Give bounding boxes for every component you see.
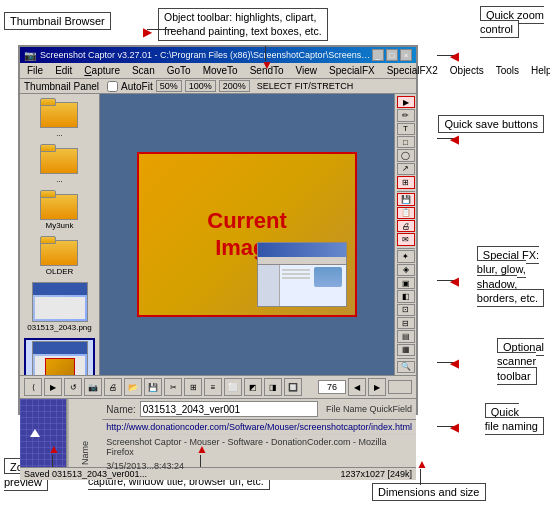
arrowhead-comments: ▲ xyxy=(196,442,208,456)
zoom-200-button[interactable]: 200% xyxy=(219,80,250,92)
close-button[interactable]: × xyxy=(400,49,412,61)
fx-btn-2[interactable]: ◈ xyxy=(397,264,415,276)
thumb-label-parent2: ... xyxy=(56,175,63,184)
menu-view[interactable]: View xyxy=(293,64,321,77)
scanner-btn-10[interactable]: ≡ xyxy=(204,378,222,396)
menu-edit[interactable]: Edit xyxy=(52,64,75,77)
scanner-btn-6[interactable]: 📂 xyxy=(124,378,142,396)
menu-tools[interactable]: Tools xyxy=(493,64,522,77)
fx-btn-3[interactable]: ▣ xyxy=(397,277,415,289)
arrowhead-save: ▶ xyxy=(450,134,459,148)
url-text: http://www.donationcoder.com/Software/Mo… xyxy=(106,422,412,432)
image-canvas: Current Image xyxy=(100,94,394,375)
quickfield-label: File Name QuickField xyxy=(326,404,412,414)
quick-save-3[interactable]: 🖨 xyxy=(397,220,415,232)
fx-btn-7[interactable]: ▤ xyxy=(397,330,415,342)
progress-handle[interactable] xyxy=(388,380,412,394)
progress-box: ◀ ▶ xyxy=(318,378,412,396)
scanner-btn-11[interactable]: ⬜ xyxy=(224,378,242,396)
select-label: SELECT xyxy=(257,81,292,91)
scanner-btn-13[interactable]: ◨ xyxy=(264,378,282,396)
current-image-display: Current Image xyxy=(137,152,357,317)
fx-btn-6[interactable]: ⊟ xyxy=(397,317,415,329)
quick-save-2[interactable]: 📋 xyxy=(397,207,415,219)
right-tool-1[interactable]: ▶ xyxy=(397,96,415,108)
arrowhead-fx: ▶ xyxy=(450,276,459,290)
menu-goto[interactable]: GoTo xyxy=(164,64,194,77)
minimize-button[interactable]: _ xyxy=(372,49,384,61)
thumb-folder-parent[interactable]: ... xyxy=(24,98,95,138)
fx-btn-5[interactable]: ⊡ xyxy=(397,304,415,316)
right-tool-6[interactable]: ↗ xyxy=(397,163,415,175)
progress-right[interactable]: ▶ xyxy=(368,378,386,396)
right-tool-5[interactable]: ◯ xyxy=(397,149,415,161)
quick-save-4[interactable]: ✉ xyxy=(397,233,415,245)
scanner-btn-4[interactable]: 📷 xyxy=(84,378,102,396)
menu-capture[interactable]: Capture xyxy=(81,64,123,77)
maximize-button[interactable]: □ xyxy=(386,49,398,61)
menu-bar: File Edit Capture Scan GoTo MoveTo SendT… xyxy=(20,63,416,79)
scanner-btn-12[interactable]: ◩ xyxy=(244,378,262,396)
menu-specialfx1[interactable]: SpecialFX xyxy=(326,64,378,77)
zoom-control-btn[interactable]: 🔍 xyxy=(397,361,415,373)
quick-save-1[interactable]: 💾 xyxy=(397,193,415,205)
right-tool-2[interactable]: ✏ xyxy=(397,109,415,121)
right-tool-3[interactable]: T xyxy=(397,123,415,135)
arrowhead-scanner: ▶ xyxy=(450,358,459,372)
autofit-checkbox[interactable] xyxy=(107,81,118,92)
thumbnail-sidebar: ... ... My3unk xyxy=(20,94,100,375)
menu-help[interactable]: Help xyxy=(528,64,550,77)
arrow-comments-v xyxy=(200,455,201,467)
thumb-folder-older[interactable]: OLDER xyxy=(24,236,95,276)
arrowhead-dims: ▲ xyxy=(416,457,428,471)
special-fx-annotation: Special FX: blur, glow, shadow, borders,… xyxy=(477,248,544,305)
quick-save-annotation: Quick save buttons xyxy=(438,117,544,131)
fit-label: FIT/STRETCH xyxy=(295,81,354,91)
arrowhead-zoom-prev: ▲ xyxy=(48,442,60,456)
title-bar: 📷 Screenshot Captor v3.27.01 - C:\Progra… xyxy=(20,47,416,63)
zoom-100-button[interactable]: 100% xyxy=(185,80,216,92)
file-name-input[interactable] xyxy=(140,401,318,417)
status-saved: Saved 031513_2043_ver001... xyxy=(24,469,147,479)
fx-btn-1[interactable]: ✦ xyxy=(397,250,415,262)
scanner-btn-9[interactable]: ⊞ xyxy=(184,378,202,396)
scanner-btn-14[interactable]: 🔲 xyxy=(284,378,302,396)
progress-value[interactable] xyxy=(318,380,346,394)
progress-left[interactable]: ◀ xyxy=(348,378,366,396)
thumb-image-2-active[interactable]: 031513_2043_ver01.png xyxy=(24,338,95,375)
autofit-label: AutoFit xyxy=(121,81,153,92)
grid-display xyxy=(20,399,66,467)
zoom-50-button[interactable]: 50% xyxy=(156,80,182,92)
arrowhead-object: ▼ xyxy=(261,58,273,72)
scanner-btn-3[interactable]: ↺ xyxy=(64,378,82,396)
scanner-btn-7[interactable]: 💾 xyxy=(144,378,162,396)
fx-btn-4[interactable]: ◧ xyxy=(397,290,415,302)
quick-zoom-annotation: Quick zoom control xyxy=(480,8,544,37)
menu-specialfx2[interactable]: SpecialFX2 xyxy=(384,64,441,77)
right-tool-7[interactable]: ⊞ xyxy=(397,176,415,188)
arrow-zoom-prev-v xyxy=(52,455,53,467)
scanner-btn-8[interactable]: ✂ xyxy=(164,378,182,396)
window-controls[interactable]: _ □ × xyxy=(372,49,412,61)
thumbnail-browser-annotation: Thumbnail Browser xyxy=(4,14,111,28)
main-content: ... ... My3unk xyxy=(20,94,416,375)
right-tool-4[interactable]: □ xyxy=(397,136,415,148)
menu-scan[interactable]: Scan xyxy=(129,64,158,77)
thumb-folder-parent2[interactable]: ... xyxy=(24,144,95,184)
menu-objects[interactable]: Objects xyxy=(447,64,487,77)
window-title: Screenshot Captor v3.27.01 - C:\Program … xyxy=(40,50,372,60)
scanner-btn-5[interactable]: 🖨 xyxy=(104,378,122,396)
status-dimensions: 1237x1027 [249k] xyxy=(340,469,412,479)
thumb-folder-myjunk[interactable]: My3unk xyxy=(24,190,95,230)
file-info-area: Name Name: File Name QuickField http://w… xyxy=(20,399,416,467)
arrowhead-zoom: ▶ xyxy=(450,51,459,65)
app-name-row: Screenshot Captor - Mouser - Software - … xyxy=(102,435,416,459)
app-icon: 📷 xyxy=(24,50,36,61)
menu-file[interactable]: File xyxy=(24,64,46,77)
scanner-btn-1[interactable]: ⟨ xyxy=(24,378,42,396)
thumb-image-1[interactable]: 031513_2043.png xyxy=(24,282,95,332)
arrow-dims-v xyxy=(420,469,421,485)
menu-moveto[interactable]: MoveTo xyxy=(200,64,241,77)
scanner-btn-2[interactable]: ▶ xyxy=(44,378,62,396)
fx-btn-8[interactable]: ▦ xyxy=(397,344,415,356)
